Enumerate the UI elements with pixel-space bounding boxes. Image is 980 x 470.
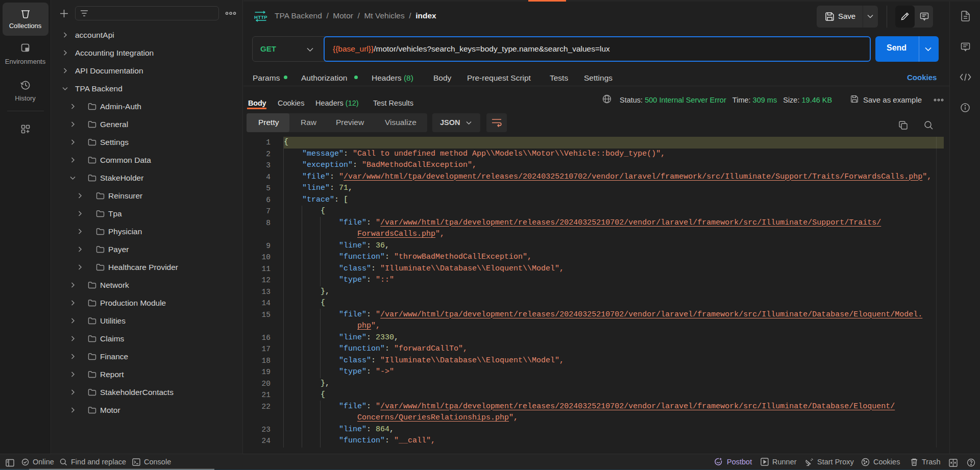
svg-text:HTTP: HTTP <box>254 14 267 20</box>
